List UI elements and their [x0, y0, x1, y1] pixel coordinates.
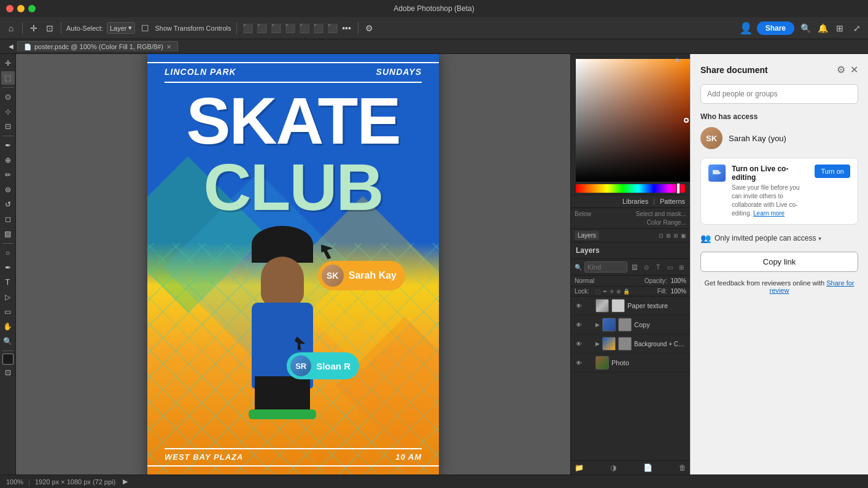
color-hue-bar[interactable] [576, 184, 685, 193]
spot-heal-tool[interactable]: ⊕ [1, 153, 15, 167]
eyedropper-tool[interactable]: ✒ [1, 139, 15, 152]
zoom-tool[interactable]: 🔍 [1, 335, 15, 348]
select-tool-icon[interactable]: ⊡ [44, 22, 56, 34]
layer-visibility-paper[interactable]: 👁 [575, 301, 583, 310]
access-control-row: 👥 Only invited people can access ▾ [700, 233, 858, 243]
shape-filter-icon[interactable]: ▭ [665, 262, 675, 272]
layer-photo[interactable]: 👁 Photo [571, 354, 690, 373]
active-tab[interactable]: 📄 poster.psdc @ 100% (Color Fill 1, RGB/… [17, 41, 178, 52]
color-picker-cursor[interactable] [684, 118, 689, 123]
foreground-color[interactable] [2, 354, 14, 365]
pen-tool[interactable]: ✒ [1, 261, 15, 274]
share-document-panel: Share document ⚙ ✕ Who has access SK Sar… [690, 54, 868, 474]
spacing-icon[interactable]: ⬛ [327, 22, 339, 34]
path-select-tool[interactable]: ▷ [1, 290, 15, 304]
layer-expand-bg[interactable]: ▶ [595, 341, 600, 347]
sarah-avatar-inner: SK [322, 265, 344, 287]
delete-layer-icon[interactable]: 🗑 [679, 463, 686, 472]
expand-icon[interactable]: ⤢ [851, 22, 863, 34]
maximize-button[interactable] [28, 5, 36, 12]
learn-more-link[interactable]: Learn more [753, 210, 785, 217]
home-icon[interactable]: ⌂ [5, 22, 17, 34]
extra-tools[interactable]: ⊡ [1, 366, 15, 379]
selection-tool[interactable]: ⬚ [1, 71, 15, 85]
svg-rect-2 [713, 170, 719, 174]
live-editing-box: Turn on Live co-editing Save your file b… [700, 158, 858, 225]
skater-figure [184, 180, 381, 444]
clone-stamp-tool[interactable]: ⊜ [1, 183, 15, 196]
new-fill-icon[interactable]: ◑ [610, 463, 616, 472]
smart-filter-icon[interactable]: ⊞ [676, 262, 686, 272]
lasso-tool[interactable]: ⊙ [1, 90, 15, 104]
user-profile-icon[interactable]: 👤 [740, 22, 752, 34]
shape-tool[interactable]: ▭ [1, 305, 15, 319]
type-tool[interactable]: T [1, 276, 15, 289]
magic-wand-tool[interactable]: ⊹ [1, 105, 15, 118]
poster-canvas: LINCOLN PARK SUNDAYS SKATE CLUB [147, 54, 439, 474]
pixel-filter-icon[interactable]: 🖼 [630, 262, 640, 272]
search-icon[interactable]: 🔍 [799, 22, 812, 34]
patterns-tab[interactable]: Patterns [660, 198, 685, 205]
tool-sep-1 [2, 87, 14, 88]
tab-back-icon[interactable]: ◀ [5, 41, 17, 53]
access-dropdown[interactable]: Only invited people can access ▾ [715, 234, 821, 242]
align-top-icon[interactable]: ⬛ [284, 22, 296, 34]
app-title: Adobe Photoshop (Beta) [393, 4, 474, 13]
layers-btn[interactable]: Layers [575, 231, 599, 240]
layer-dropdown[interactable]: Layer ▾ [107, 22, 136, 34]
layer-mask-paper [611, 299, 625, 312]
share-button[interactable]: Share document Share [757, 21, 794, 35]
poster-top-header: LINCOLN PARK SUNDAYS [147, 62, 439, 77]
layer-copy-group[interactable]: 👁 ▶ Copy [571, 316, 690, 335]
hue-slider-cursor[interactable] [676, 183, 680, 194]
poster-bottom-header: WEST BAY PLAZA 10 AM [147, 452, 439, 467]
move-tool[interactable]: ✛ [1, 56, 15, 70]
type-filter-icon[interactable]: T [653, 262, 663, 272]
share-close-icon[interactable]: ✕ [850, 64, 858, 76]
layer-bg-group[interactable]: 👁 ▶ Background + Color Adjust [571, 335, 690, 354]
layers-kind-filter[interactable] [584, 261, 627, 273]
layers-panel-header: Layers [571, 242, 690, 259]
new-layer-icon[interactable]: 📄 [643, 463, 653, 472]
layer-paper-texture[interactable]: 👁 Paper texture [571, 296, 690, 316]
libraries-tab[interactable]: Libraries [622, 198, 648, 205]
main-area: ✛ ⬚ ⊙ ⊹ ⊡ ✒ ⊕ ✏ ⊜ ↺ ◻ ▨ ○ ✒ T ▷ ▭ ✋ 🔍 ⊡ [0, 54, 868, 474]
more-icon[interactable]: ••• [341, 22, 353, 34]
eraser-tool[interactable]: ◻ [1, 212, 15, 226]
dodge-tool[interactable]: ○ [1, 246, 15, 260]
copy-link-button[interactable]: Copy link [700, 252, 858, 272]
current-user-avatar: SK [700, 127, 723, 149]
grid-icon[interactable]: ⊞ [834, 22, 846, 34]
layers-search-bar: 🔍 🖼 ⊙ T ▭ ⊞ ◉ [571, 259, 690, 276]
tab-close-icon[interactable]: ✕ [166, 44, 171, 50]
history-brush-tool[interactable]: ↺ [1, 198, 15, 211]
distribute-icon[interactable]: ⬛ [298, 22, 311, 34]
poster-venue: WEST BAY PLAZA [165, 452, 243, 462]
align-bottom-icon[interactable]: ⬛ [312, 22, 325, 34]
checkbox-icon[interactable]: ☐ [139, 22, 151, 34]
tool-sep-4 [2, 351, 14, 351]
canvas-area[interactable]: LINCOLN PARK SUNDAYS SKATE CLUB [16, 54, 570, 474]
sarah-avatar: SK [322, 265, 344, 287]
hand-tool[interactable]: ✋ [1, 320, 15, 333]
align-left-icon[interactable]: ⬛ [242, 22, 254, 34]
new-group-icon[interactable]: 📁 [575, 463, 584, 472]
add-people-input[interactable] [700, 84, 858, 104]
settings-icon[interactable]: ⚙ [363, 22, 376, 34]
crop-tool[interactable]: ⊡ [1, 120, 15, 133]
align-center-icon[interactable]: ⬛ [256, 22, 268, 34]
align-right-icon[interactable]: ⬛ [270, 22, 282, 34]
close-button[interactable] [6, 5, 14, 12]
move-tool-icon[interactable]: ✛ [28, 22, 40, 34]
layer-visibility-bg[interactable]: 👁 [575, 339, 583, 348]
adjust-filter-icon[interactable]: ⊙ [641, 262, 651, 272]
share-settings-icon[interactable]: ⚙ [837, 64, 845, 76]
notification-icon[interactable]: 🔔 [816, 22, 829, 34]
layer-expand-copy[interactable]: ▶ [595, 322, 600, 328]
turn-on-live-button[interactable]: Turn on [815, 165, 850, 178]
layer-visibility-photo[interactable]: 👁 [575, 358, 583, 367]
gradient-tool[interactable]: ▨ [1, 227, 15, 241]
layer-visibility-copy[interactable]: 👁 [575, 320, 583, 329]
brush-tool[interactable]: ✏ [1, 168, 15, 182]
minimize-button[interactable] [17, 5, 25, 12]
